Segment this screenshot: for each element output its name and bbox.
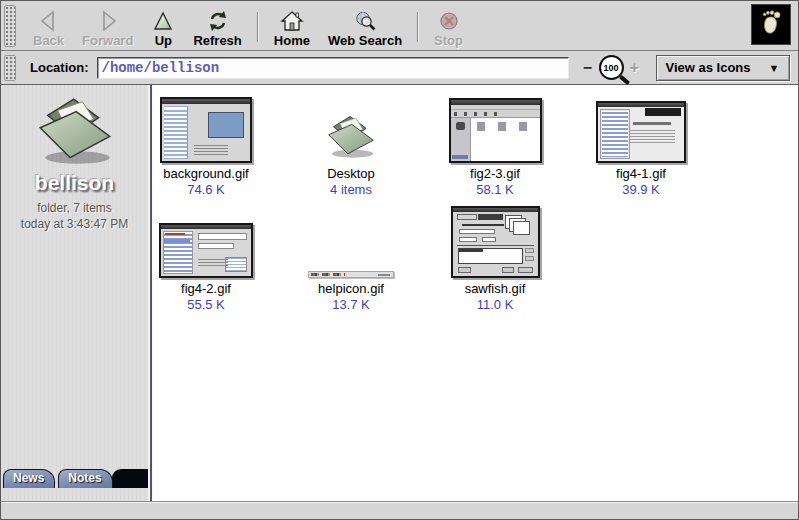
file-name: background.gif bbox=[163, 166, 248, 181]
minus-icon: − bbox=[583, 59, 592, 76]
fig4-1-gif-thumbnail bbox=[596, 101, 686, 163]
file-size: 55.5 K bbox=[187, 297, 225, 312]
home-icon bbox=[280, 6, 304, 32]
up-button[interactable]: Up bbox=[142, 6, 184, 48]
location-label: Location: bbox=[30, 60, 89, 75]
file-manager-window: Back Forward Up bbox=[0, 0, 799, 520]
sidebar: bellison folder, 7 items today at 3:43:4… bbox=[1, 85, 148, 501]
content-area: bellison folder, 7 items today at 3:43:4… bbox=[1, 85, 798, 501]
folder-icon-large bbox=[32, 93, 118, 169]
zoom-level-value: 100 bbox=[603, 63, 618, 73]
folder-icon bbox=[324, 112, 378, 163]
sidebar-folder-title: bellison bbox=[35, 171, 114, 195]
file-name: fig2-3.gif bbox=[470, 166, 520, 181]
chevron-down-icon: ▼ bbox=[769, 62, 780, 74]
file-size: 13.7 K bbox=[332, 297, 370, 312]
tab-row-filler bbox=[112, 469, 148, 488]
sidebar-tab-notes[interactable]: Notes bbox=[58, 469, 112, 488]
up-arrow-icon bbox=[151, 6, 175, 32]
zoom-level-indicator[interactable]: 100 bbox=[599, 55, 624, 80]
home-button[interactable]: Home bbox=[265, 6, 319, 48]
helpicon-gif-thumbnail bbox=[308, 271, 394, 278]
file-size: 11.0 K bbox=[477, 297, 514, 312]
zoom-in-button[interactable]: + bbox=[626, 57, 644, 79]
file-name: helpicon.gif bbox=[318, 281, 384, 296]
location-input[interactable] bbox=[97, 57, 569, 79]
web-search-label: Web Search bbox=[328, 33, 402, 48]
toolbar-grip-handle[interactable] bbox=[4, 5, 16, 47]
sidebar-tabs: News Notes Help History bbox=[1, 459, 148, 501]
toolbar: Back Forward Up bbox=[1, 1, 798, 51]
sawfish-gif-thumbnail bbox=[451, 206, 540, 278]
file-size: 4 items bbox=[330, 182, 372, 197]
plus-icon: + bbox=[630, 59, 639, 76]
stop-icon bbox=[437, 6, 461, 32]
status-bar bbox=[1, 501, 798, 519]
file-name: fig4-1.gif bbox=[616, 166, 666, 181]
file-item-sawfish-gif[interactable]: sawfish.gif 11.0 K bbox=[435, 208, 555, 312]
file-name: fig4-2.gif bbox=[181, 281, 231, 296]
back-label: Back bbox=[33, 33, 64, 48]
view-mode-value: View as Icons bbox=[666, 60, 751, 75]
file-size: 74.6 K bbox=[187, 182, 225, 197]
stop-label: Stop bbox=[434, 33, 463, 48]
sidebar-folder-date: today at 3:43:47 PM bbox=[21, 218, 128, 231]
refresh-icon bbox=[206, 6, 230, 32]
file-name: Desktop bbox=[327, 166, 375, 181]
tab-notes-label: Notes bbox=[68, 471, 101, 485]
file-item-fig2-3-gif[interactable]: fig2-3.gif 58.1 K bbox=[435, 93, 555, 197]
fig4-2-gif-thumbnail bbox=[159, 223, 253, 278]
file-size: 39.9 K bbox=[622, 182, 660, 197]
toolbar-separator bbox=[417, 12, 419, 42]
forward-label: Forward bbox=[82, 33, 133, 48]
sidebar-tab-row-1: News Notes bbox=[1, 467, 148, 488]
refresh-label: Refresh bbox=[193, 33, 241, 48]
back-arrow-icon bbox=[37, 6, 61, 32]
zoom-out-button[interactable]: − bbox=[579, 57, 597, 79]
back-button[interactable]: Back bbox=[24, 6, 73, 48]
forward-arrow-icon bbox=[96, 6, 120, 32]
sidebar-folder-details: folder, 7 items bbox=[37, 202, 112, 215]
up-label: Up bbox=[155, 33, 172, 48]
tab-news-label: News bbox=[13, 471, 44, 485]
file-item-desktop[interactable]: Desktop 4 items bbox=[291, 93, 411, 197]
location-bar-grip-handle[interactable] bbox=[4, 55, 16, 81]
file-item-fig4-1-gif[interactable]: fig4-1.gif 39.9 K bbox=[581, 93, 701, 197]
gnome-foot-icon bbox=[756, 7, 786, 43]
sidebar-tab-news[interactable]: News bbox=[3, 469, 55, 488]
file-item-background-gif[interactable]: background.gif 74.6 K bbox=[154, 93, 266, 197]
file-item-helpicon-gif[interactable]: helpicon.gif 13.7 K bbox=[291, 208, 411, 312]
file-item-fig4-2-gif[interactable]: fig4-2.gif 55.5 K bbox=[154, 208, 266, 312]
stop-button[interactable]: Stop bbox=[425, 6, 472, 48]
view-mode-dropdown[interactable]: View as Icons ▼ bbox=[656, 55, 790, 81]
refresh-button[interactable]: Refresh bbox=[184, 6, 250, 48]
web-search-button[interactable]: Web Search bbox=[319, 6, 411, 48]
gnome-throbber[interactable] bbox=[751, 4, 791, 45]
forward-button[interactable]: Forward bbox=[73, 6, 142, 48]
home-label: Home bbox=[274, 33, 310, 48]
background-gif-thumbnail bbox=[160, 97, 252, 163]
file-name: sawfish.gif bbox=[465, 281, 526, 296]
fig2-3-gif-thumbnail bbox=[449, 98, 542, 163]
web-search-icon bbox=[353, 6, 377, 32]
file-size: 58.1 K bbox=[476, 182, 514, 197]
toolbar-separator bbox=[257, 12, 259, 42]
location-bar: Location: − 100 + View as Icons ▼ bbox=[1, 51, 798, 85]
icon-view[interactable]: background.gif 74.6 K Desktop 4 items bbox=[154, 85, 798, 501]
